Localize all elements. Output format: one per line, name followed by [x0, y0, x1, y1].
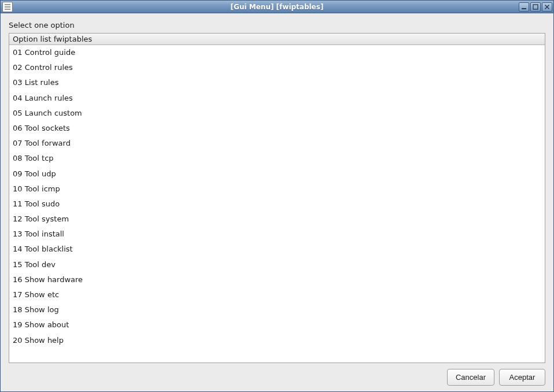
- list-item[interactable]: 03 List rules: [9, 75, 545, 90]
- prompt-label: Select one option: [9, 21, 545, 29]
- list-item[interactable]: 17 Show etc: [9, 287, 545, 302]
- dialog-content: Select one option Option list fwiptables…: [1, 13, 553, 391]
- option-list[interactable]: 01 Control guide02 Control rules03 List …: [9, 45, 545, 363]
- cancel-button[interactable]: Cancelar: [447, 369, 494, 386]
- list-item[interactable]: 06 Tool sockets: [9, 121, 545, 136]
- list-item[interactable]: 12 Tool system: [9, 212, 545, 227]
- list-item[interactable]: 11 Tool sudo: [9, 197, 545, 212]
- list-item[interactable]: 01 Control guide: [9, 45, 545, 60]
- list-item[interactable]: 10 Tool icmp: [9, 182, 545, 197]
- accept-button[interactable]: Aceptar: [499, 369, 545, 386]
- app-icon: [2, 2, 13, 12]
- dialog-window: [Gui Menu] [fwiptables] Select one opt: [0, 0, 554, 392]
- list-item[interactable]: 15 Tool dev: [9, 257, 545, 272]
- close-button[interactable]: [542, 2, 552, 12]
- minimize-icon: [521, 4, 527, 10]
- list-item[interactable]: 19 Show about: [9, 317, 545, 332]
- list-item[interactable]: 02 Control rules: [9, 60, 545, 75]
- list-item[interactable]: 08 Tool tcp: [9, 151, 545, 166]
- list-item[interactable]: 16 Show hardware: [9, 272, 545, 287]
- list-item[interactable]: 13 Tool install: [9, 227, 545, 242]
- svg-rect-1: [533, 5, 538, 9]
- button-row: Cancelar Aceptar: [9, 363, 545, 386]
- list-item[interactable]: 09 Tool udp: [9, 167, 545, 182]
- list-item[interactable]: 04 Launch rules: [9, 91, 545, 106]
- list-item[interactable]: 14 Tool blacklist: [9, 242, 545, 257]
- titlebar[interactable]: [Gui Menu] [fwiptables]: [1, 1, 553, 13]
- list-item[interactable]: 07 Tool forward: [9, 136, 545, 151]
- list-item[interactable]: 05 Launch custom: [9, 106, 545, 121]
- close-icon: [544, 4, 550, 10]
- option-list-header[interactable]: Option list fwiptables: [9, 34, 545, 45]
- list-item[interactable]: 20 Show help: [9, 333, 545, 348]
- option-list-frame: Option list fwiptables 01 Control guide0…: [9, 33, 545, 363]
- maximize-button[interactable]: [530, 2, 541, 12]
- window-title: [Gui Menu] [fwiptables]: [1, 3, 553, 11]
- maximize-icon: [533, 4, 538, 10]
- minimize-button[interactable]: [519, 2, 529, 12]
- list-item[interactable]: 18 Show log: [9, 302, 545, 317]
- svg-rect-0: [522, 8, 526, 9]
- window-controls: [519, 2, 552, 12]
